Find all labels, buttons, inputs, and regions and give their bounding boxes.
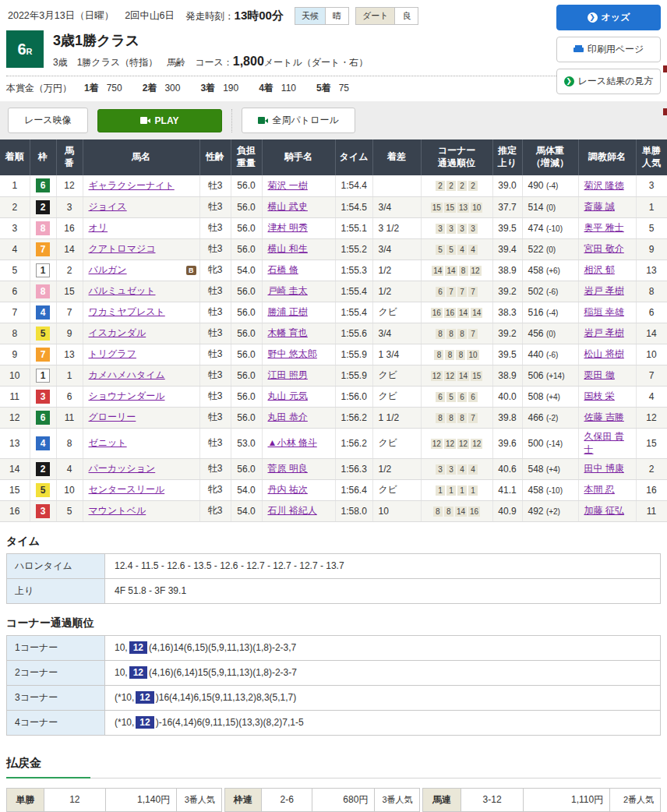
horse-name-link[interactable]: バルガン [89,264,127,275]
jockey-link[interactable]: 丹内 祐次 [268,484,308,495]
horse-name-link[interactable]: マウントベル [89,505,146,516]
jockey-link[interactable]: 菊沢 一樹 [268,180,308,191]
result-row: 3 8 16 オリ 牡3 56.0 津村 明秀 1:55.1 3 1/2 333… [0,217,667,238]
horse-name-link[interactable]: ショウナンダール [89,390,165,401]
margin [372,175,421,196]
jockey-link[interactable]: 丸山 元気 [268,390,308,401]
jockey-cell: 菊沢 一樹 [262,175,335,196]
jockey-link[interactable]: 横山 武史 [268,201,308,212]
body-weight: 516 (-4) [522,302,578,323]
horse-name-link[interactable]: クアトロマジコ [89,243,156,254]
horse-name-link[interactable]: バルミュゼット [89,285,156,296]
trainer-link[interactable]: 田中 博康 [584,463,624,474]
race-video-button[interactable]: レース映像 [8,108,88,133]
corner-section-title: コーナー通過順位 [6,616,659,630]
horse-name-link[interactable]: カメハメハタイム [89,369,165,380]
info-value: 10,12(4,16)14(6,15)(5,9,11,13)(1,8)-2-3,… [105,635,661,660]
column-header: 調教師名 [578,139,636,175]
jockey-link[interactable]: 石川 裕紀人 [268,505,317,516]
info-value: 4F 51.8 - 3F 39.1 [105,578,661,603]
race-video-label: レース映像 [24,114,72,127]
horse-name-link[interactable]: ゼニット [89,437,127,448]
jockey-link[interactable]: 石橋 脩 [268,264,298,275]
trainer-link[interactable]: 斎藤 誠 [584,201,615,212]
frame-badge: 1 [36,263,50,277]
jockey-link[interactable]: 津村 明秀 [268,222,308,233]
trainer-link[interactable]: 岩戸 孝樹 [584,285,624,296]
result-row: 13 4 8 ゼニット 牡3 53.0 ▲小林 脩斗 1:56.2 クビ 121… [0,428,667,458]
finish-time: 1:55.6 [335,323,372,344]
jockey-cell: 菅原 明良 [262,458,335,479]
jockey-link[interactable]: ▲小林 脩斗 [268,437,317,448]
odds-button[interactable]: ❯ オッズ [556,5,661,30]
jockey-link[interactable]: 丸田 恭介 [268,411,308,422]
horse-name-link[interactable]: オリ [89,222,108,233]
jockey-link[interactable]: 江田 照男 [268,369,308,380]
frame-cell: 1 [30,365,56,386]
trainer-link[interactable]: 菊沢 隆徳 [584,180,624,191]
trainer-link[interactable]: 国枝 栄 [584,390,615,401]
win-favorite: 9 [636,238,667,259]
horse-name-cell: グローリー [83,407,199,428]
jockey-link[interactable]: 横山 和生 [268,243,308,254]
print-page-button[interactable]: 印刷用ページ [556,37,661,62]
horse-name-link[interactable]: センタースリール [89,484,165,495]
sex-age: 牡3 [199,428,231,458]
horse-name-link[interactable]: トリグラフ [89,348,136,359]
corner-position: 14 [471,308,482,318]
trainer-link[interactable]: 本間 忍 [584,484,615,495]
sex-age: 牡3 [199,386,231,407]
result-guide-button[interactable]: ❯ レース結果の見方 [556,69,661,94]
column-header: 性齢 [199,139,231,175]
trainer-link[interactable]: 加藤 征弘 [584,505,624,516]
horse-name-link[interactable]: パーカッション [89,463,156,474]
horse-name-link[interactable]: ジョイス [89,201,127,212]
corner-position: 12 [431,371,443,381]
edge-mark [663,65,667,72]
horse-name-link[interactable]: ギャラクシーナイト [89,180,175,191]
jockey-link[interactable]: 木幡 育也 [268,327,308,338]
corner-positions: 3344 [421,458,492,479]
trainer-cell: 田中 博康 [578,458,636,479]
margin: クビ [372,428,421,458]
jockey-link[interactable]: 菅原 明良 [268,463,308,474]
trainer-cell: 斎藤 誠 [578,196,636,217]
corner-position: 7 [457,287,467,297]
trainer-link[interactable]: 久保田 貴士 [584,431,624,455]
trainer-link[interactable]: 栗田 徹 [584,369,615,380]
finish-time: 1:58.0 [335,500,372,521]
last-3f: 39.2 [492,281,522,302]
margin: 1/2 [372,259,421,281]
trainer-link[interactable]: 宮田 敬介 [584,243,624,254]
corner-positions: 2222 [421,175,492,196]
trainer-link[interactable]: 奥平 雅士 [584,222,624,233]
frame-cell: 7 [30,238,56,259]
trainer-link[interactable]: 相沢 郁 [584,264,615,275]
win-favorite: 7 [636,365,667,386]
horse-number: 3 [56,196,83,217]
jockey-link[interactable]: 戸崎 圭太 [268,285,308,296]
horse-name-cell: バルミュゼット [83,281,199,302]
jockey-link[interactable]: 勝浦 正樹 [268,306,308,317]
horse-name-link[interactable]: グローリー [89,411,136,422]
trainer-link[interactable]: 佐藤 吉勝 [584,411,624,422]
jockey-link[interactable]: 野中 悠太郎 [268,348,317,359]
finish-time: 1:55.4 [335,281,372,302]
corner-position: 16 [444,308,456,318]
win-favorite: 4 [636,386,667,407]
horse-name-link[interactable]: イスカンダル [89,327,146,338]
horse-name-link[interactable]: ワカミヤプレスト [89,306,165,317]
info-label: 1コーナー [7,635,105,660]
horse-number: 1 [56,365,83,386]
corner-position: 6 [436,287,445,297]
frame-cell: 4 [30,428,56,458]
info-label: 上り [7,578,105,603]
margin: 10 [372,500,421,521]
play-button[interactable]: PLAY [97,109,222,132]
trainer-link[interactable]: 岩戸 孝樹 [584,327,624,338]
corner-position: 2 [457,181,467,191]
trainer-link[interactable]: 稲垣 幸雄 [584,306,624,317]
frame-cell: 2 [30,196,56,217]
patrol-video-button[interactable]: 全周パトロール [242,108,355,133]
trainer-link[interactable]: 松山 将樹 [584,348,624,359]
